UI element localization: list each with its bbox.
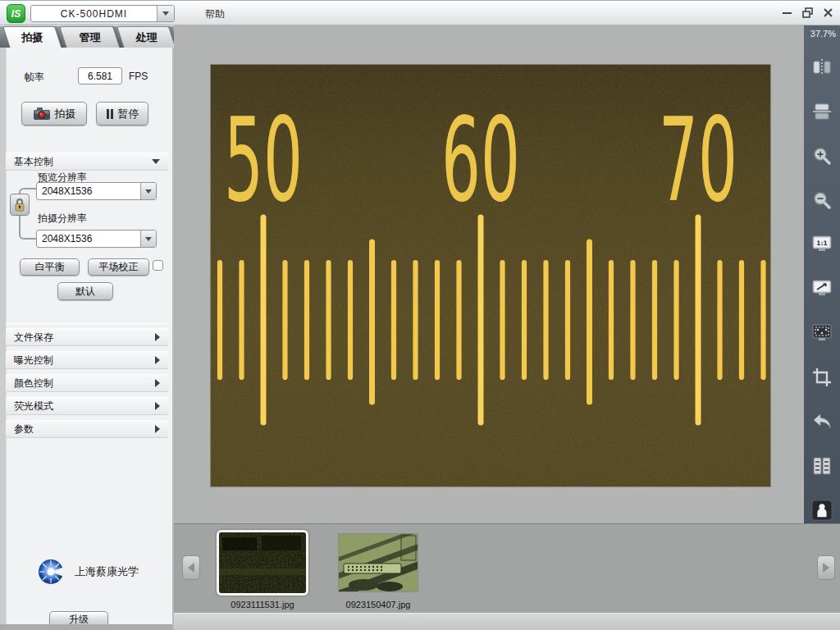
filmstrip: 0923111531.jpg — [174, 523, 840, 613]
crop-button[interactable] — [811, 367, 833, 388]
section-title: 文件保存 — [14, 331, 53, 345]
tab-label: 处理 — [121, 27, 172, 48]
section-title: 曝光控制 — [14, 354, 53, 368]
thumbnail-list-button[interactable] — [811, 455, 833, 477]
resolution-lock-button[interactable] — [10, 194, 30, 216]
capture-resolution-value: 2048X1536 — [37, 233, 140, 244]
white-balance-label: 白平衡 — [35, 260, 65, 274]
svg-text:1:1: 1:1 — [816, 240, 827, 247]
ruler-numbers: 50 60 70 — [224, 94, 737, 227]
live-microscope-image[interactable]: 50 60 70 — [211, 65, 770, 486]
flat-field-label: 平场校正 — [99, 260, 139, 274]
section-fluorescence-mode[interactable]: 荧光模式 — [6, 397, 168, 415]
status-bar — [174, 613, 840, 630]
window-controls — [782, 7, 833, 18]
chevron-down-icon — [145, 237, 152, 241]
close-button[interactable] — [823, 7, 833, 18]
section-title: 基本控制 — [14, 155, 53, 169]
zoom-out-button[interactable] — [811, 189, 833, 211]
flip-vertical-button[interactable] — [811, 101, 833, 122]
capture-resolution-select[interactable]: 2048X1536 — [36, 230, 157, 248]
brand-name: 上海蔡康光学 — [75, 564, 139, 579]
user-button[interactable] — [811, 500, 833, 521]
help-menu[interactable]: 帮助 — [205, 7, 225, 21]
capture-button-label: 拍摄 — [55, 107, 76, 121]
flip-horizontal-button[interactable] — [811, 57, 833, 78]
undo-arrow-icon — [811, 413, 833, 431]
flat-field-button[interactable]: 平场校正 — [88, 258, 149, 276]
panel-bottom-edge — [0, 624, 172, 630]
capture-panel: 帧率 6.581 FPS 拍摄 暂停 基本控制 预览分辨率 — [0, 48, 174, 630]
zoom-level-label: 37.7% — [804, 25, 840, 39]
capture-button[interactable]: 拍摄 — [21, 102, 87, 126]
pause-button-label: 暂停 — [118, 107, 139, 121]
arrow-left-icon — [188, 563, 194, 573]
flip-horizontal-icon — [812, 58, 832, 76]
chevron-right-icon — [155, 425, 160, 433]
white-balance-button[interactable]: 白平衡 — [20, 258, 80, 276]
restore-button[interactable] — [802, 7, 813, 18]
device-select[interactable]: CK-500HDMI — [30, 5, 175, 22]
chevron-down-icon — [162, 11, 169, 16]
undo-button[interactable] — [811, 411, 833, 432]
collapse-arrow-icon — [152, 159, 160, 164]
default-button[interactable]: 默认 — [57, 282, 113, 300]
actual-size-icon: 1:1 — [811, 235, 833, 254]
section-color-control[interactable]: 颜色控制 — [6, 374, 168, 392]
thumbnail-list-icon — [812, 456, 832, 476]
filmstrip-prev-button[interactable] — [182, 555, 200, 580]
tab-label: 拍摄 — [7, 27, 58, 48]
user-icon — [811, 499, 833, 522]
minimize-button[interactable] — [782, 7, 792, 18]
crop-icon — [812, 368, 832, 387]
zoom-out-icon — [812, 190, 832, 210]
filmstrip-next-button[interactable] — [817, 555, 835, 580]
frame-rate-label: 帧率 — [25, 71, 44, 84]
preview-resolution-select[interactable]: 2048X1536 — [36, 182, 157, 200]
tab-manage[interactable]: 管理 — [59, 26, 121, 48]
lock-connector-bottom — [19, 216, 36, 240]
camera-icon — [33, 107, 51, 121]
pause-button[interactable]: 暂停 — [96, 102, 148, 126]
ruler-number-50: 50 — [224, 94, 303, 227]
chevron-right-icon — [155, 333, 160, 341]
tab-label: 管理 — [64, 27, 116, 48]
brand-row: 上海蔡康光学 — [0, 556, 174, 587]
thumbnail-filename: 0923111531.jpg — [208, 600, 317, 609]
thumbnail-filename: 0923150407.jpg — [330, 600, 427, 609]
divider — [6, 323, 168, 324]
zoom-in-icon — [812, 146, 832, 166]
frame-rate-field[interactable]: 6.581 — [78, 67, 122, 84]
tab-capture[interactable]: 拍摄 — [2, 26, 62, 48]
title-bar: IS CK-500HDMI 帮助 — [0, 0, 840, 25]
section-basic-control[interactable]: 基本控制 — [6, 153, 168, 171]
capture-resolution-label: 拍摄分辨率 — [38, 212, 87, 226]
thumbnail-item-2[interactable] — [338, 533, 418, 592]
chevron-right-icon — [155, 356, 160, 364]
fit-to-window-icon — [811, 279, 833, 299]
section-parameters[interactable]: 参数 — [6, 420, 168, 438]
fps-unit-label: FPS — [129, 71, 148, 82]
zoom-in-button[interactable] — [811, 145, 833, 167]
thumbnail-image — [339, 534, 418, 591]
flip-vertical-icon — [812, 103, 832, 121]
fit-to-window-button[interactable] — [811, 278, 833, 299]
section-title: 参数 — [14, 422, 34, 436]
default-label: 默认 — [75, 285, 95, 299]
section-exposure-control[interactable]: 曝光控制 — [6, 351, 168, 369]
tab-process[interactable]: 处理 — [116, 26, 176, 48]
right-toolbar: 37.7% — [804, 25, 840, 523]
capture-resolution-arrow-button[interactable] — [140, 231, 156, 247]
lock-icon — [14, 198, 25, 212]
chevron-down-icon — [145, 189, 152, 194]
section-title: 颜色控制 — [14, 377, 53, 390]
section-file-save[interactable]: 文件保存 — [6, 328, 168, 346]
preview-resolution-arrow-button[interactable] — [140, 183, 156, 199]
section-title: 荧光模式 — [14, 399, 53, 413]
roi-select-button[interactable] — [811, 322, 833, 344]
actual-size-button[interactable]: 1:1 — [811, 234, 833, 255]
flat-field-checkbox[interactable] — [153, 260, 163, 271]
viewer-area: 50 60 70 — [174, 25, 804, 523]
device-select-arrow-button[interactable] — [157, 6, 174, 21]
thumbnail-item-1[interactable] — [217, 530, 308, 596]
